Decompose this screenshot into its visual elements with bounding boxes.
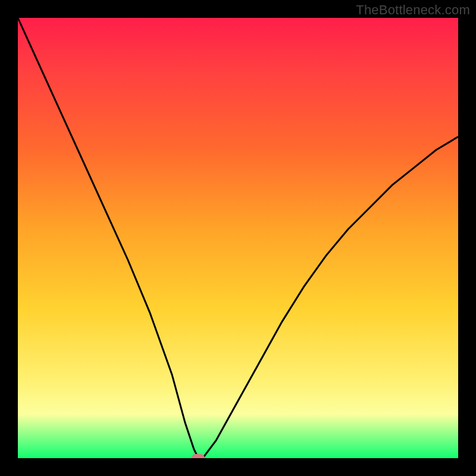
curve-path <box>18 18 458 458</box>
plot-area <box>18 18 458 458</box>
chart-frame: TheBottleneck.com <box>0 0 476 476</box>
watermark: TheBottleneck.com <box>356 2 470 18</box>
optimum-marker <box>192 454 205 458</box>
bottleneck-curve <box>18 18 458 458</box>
